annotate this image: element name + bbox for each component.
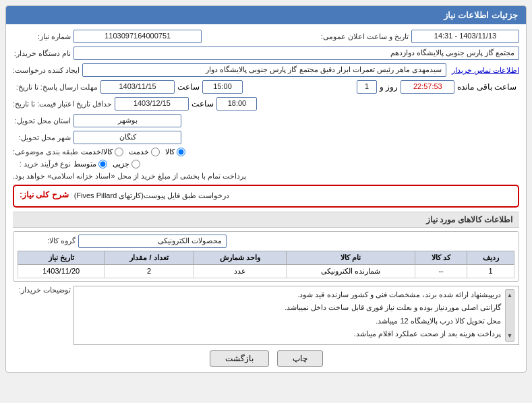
dastgah-value: مجتمع گاز پارس جنوبی پالایشگاه دوازدهم: [73, 46, 519, 60]
mohlat-saat-mande: 22:57:53: [401, 80, 454, 94]
sharh-panel: شرح کلی نیاز: درخواست طبق فایل پیوست(کار…: [13, 185, 519, 208]
col-tarikh: تاریخ نیاز: [18, 251, 105, 264]
radio-jozi[interactable]: جزیی: [113, 160, 140, 168]
shahr-label: شهر محل تحویل:: [13, 133, 73, 142]
row-hadaqal: حداقل تاریخ اعتبار قیمت: تا تاریخ: 1403/…: [13, 97, 519, 111]
row-group-kala: گروه کالا: محصولات الکترونیکی: [18, 235, 514, 248]
sharh-value: درخواست طبق فایل پیوست(کارتهای Fives Pil…: [74, 190, 229, 202]
cell-tedad: 2: [105, 264, 194, 278]
farayand-label: نوع فرآیند خرید :: [13, 160, 73, 168]
cell-vahed: عدد: [194, 264, 287, 278]
mohlat-mande-label: ساعت باقی مانده: [454, 82, 519, 92]
page-container: جزئیات اطلاعات نیاز شماره نیاز: 11030971…: [0, 0, 532, 383]
row-tawzihat: توضیحات خریدار: ▲ ▼ دریپیشنهاد ارائه شده…: [13, 286, 519, 345]
radio-motevaset[interactable]: متوسط: [73, 160, 107, 168]
col-kod: کد کالا: [415, 251, 467, 264]
tarikh-label: تاریخ و ساعت اعلان عمومی:: [321, 32, 411, 41]
group-kala-label: گروه کالا:: [18, 237, 78, 245]
row-shomara: شماره نیاز: 1103097164000751 تاریخ و ساع…: [13, 30, 519, 43]
row-ostan: استان محل تحویل: بوشهر: [13, 114, 519, 127]
row-tabaqa: طبقه بندی موضوعی: کالا/خدمت خدمت کالا: [13, 148, 519, 156]
mohlat-roz: 1: [357, 80, 377, 94]
tarikh-value: 1403/11/13 - 14:31: [411, 30, 519, 43]
tabaqa-radio-group: کالا/خدمت خدمت کالا: [81, 148, 185, 156]
shomara-value: 1103097164000751: [73, 30, 202, 43]
mohlat-saat-label: ساعت: [175, 82, 202, 92]
tabaqa-label: طبقه بندی موضوعی:: [13, 148, 81, 156]
tawzihat-box: ▲ ▼ دریپیشنهاد ارائه شده برند، مشخصات فن…: [73, 286, 519, 345]
scroll-down[interactable]: ▼: [507, 331, 513, 340]
mohlat-roz-label: روز و: [377, 82, 401, 92]
col-nam: نام کالا: [287, 251, 415, 264]
cell-nam: شمارنده الکترونیکی: [287, 264, 415, 278]
kala-table: ردیف کد کالا نام کالا واحد شمارش تعداد /…: [18, 251, 514, 278]
shahr-value: کنگان: [73, 131, 181, 144]
hadaqal-saat: 18:00: [216, 97, 257, 111]
btn-bazgasht[interactable]: بازگشت: [210, 350, 269, 367]
farayand-radio-group: متوسط جزیی: [73, 160, 140, 168]
hadaqal-saat-label: ساعت: [189, 99, 216, 108]
radio-kala[interactable]: کالا: [165, 148, 185, 156]
mohlat-saat: 15:00: [202, 80, 243, 94]
main-panel: جزئیات اطلاعات نیاز شماره نیاز: 11030971…: [5, 5, 527, 373]
scroll-up[interactable]: ▲: [507, 290, 513, 300]
hadaqal-label: حداقل تاریخ اعتبار قیمت: تا تاریخ:: [13, 100, 115, 108]
row-farayand: نوع فرآیند خرید : متوسط جزیی: [13, 160, 519, 168]
cell-radif: 1: [467, 264, 514, 278]
mohlat-date: 1403/11/15: [100, 80, 175, 94]
payment-note: پرداخت تمام با بخشی از مبلغ خرید از محل …: [13, 172, 246, 181]
ijad-label: ایجاد کننده درخواست:: [13, 66, 82, 75]
group-kala-value: محصولات الکترونیکی: [78, 235, 227, 248]
radio-kala-khedmat[interactable]: کالا/خدمت: [81, 148, 123, 156]
sharh-label: شرح کلی نیاز:: [20, 190, 69, 199]
btn-chap[interactable]: چاپ: [277, 350, 323, 367]
cell-kod: --: [415, 264, 467, 278]
table-body: 1 -- شمارنده الکترونیکی عدد 2 1403/11/20: [18, 264, 514, 278]
hadaqal-date: 1403/12/15: [115, 97, 189, 111]
panel-title: جزئیات اطلاعات نیاز: [444, 10, 518, 20]
tawzihat-text: دریپیشنهاد ارائه شده برند، مشخصات فنی و …: [78, 289, 501, 342]
row-dastgah: نام دستگاه خریدار: مجتمع گاز پارس جنوبی …: [13, 46, 519, 60]
dastgah-label: نام دستگاه خریدار:: [13, 49, 73, 58]
ettelaat-link[interactable]: اطلاعات تماس خریدار: [452, 66, 519, 75]
row-shahr: شهر محل تحویل: کنگان: [13, 131, 519, 144]
table-row: 1 -- شمارنده الکترونیکی عدد 2 1403/11/20: [18, 264, 514, 278]
tawzihat-label: توضیحات خریدار:: [13, 286, 73, 294]
cell-tarikh: 1403/11/20: [18, 264, 105, 278]
col-vahed: واحد شمارش: [194, 251, 287, 264]
panel-header: جزئیات اطلاعات نیاز: [6, 6, 526, 24]
scrollbar[interactable]: ▲ ▼: [505, 289, 514, 342]
row-mohlat: مهلت ارسال پاسخ: تا تاریخ: 1403/11/15 سا…: [13, 80, 519, 94]
mohlat-label: مهلت ارسال پاسخ: تا تاریخ:: [13, 83, 100, 92]
col-tedad: تعداد / مقدار: [105, 251, 194, 264]
button-row: چاپ بازگشت: [13, 350, 519, 367]
radio-khedmat[interactable]: خدمت: [129, 148, 160, 156]
row-ijad: ایجاد کننده درخواست: سیدمهدی ماهر رئیس ت…: [13, 63, 519, 77]
col-radif: ردیف: [467, 251, 514, 264]
shomara-label: شماره نیاز:: [13, 32, 73, 41]
table-header: ردیف کد کالا نام کالا واحد شمارش تعداد /…: [18, 251, 514, 264]
kala-info-section: گروه کالا: محصولات الکترونیکی ردیف کد کا…: [13, 231, 519, 282]
kala-info-title: اطلاعات کالاهای مورد نیاز: [13, 212, 519, 228]
panel-body: شماره نیاز: 1103097164000751 تاریخ و ساع…: [6, 24, 526, 372]
ostan-label: استان محل تحویل:: [13, 117, 73, 125]
ijad-value: سیدمهدی ماهر رئیس تعمرات ابزار دقیق مجتم…: [82, 63, 446, 77]
ostan-value: بوشهر: [73, 114, 181, 127]
row-payment: پرداخت تمام با بخشی از مبلغ خرید از محل …: [13, 172, 519, 181]
